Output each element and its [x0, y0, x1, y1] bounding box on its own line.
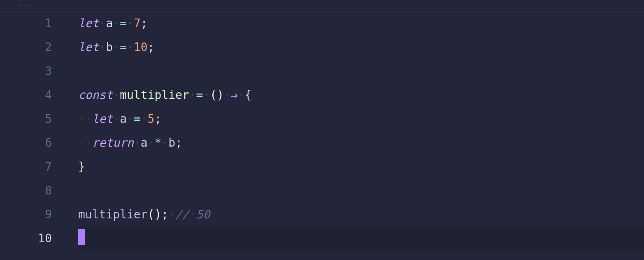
identifier: a [120, 112, 127, 126]
brace-open: { [245, 88, 252, 102]
line-number: 4 [0, 83, 52, 107]
line-number: 1 [0, 12, 52, 35]
whitespace-dot: · [161, 136, 168, 150]
brace-close: } [78, 160, 85, 173]
line-number-gutter: 1 2 3 4 5 6 7 8 9 10 [0, 12, 62, 260]
function-name: multiplier [120, 88, 189, 102]
whitespace-dot: · [113, 16, 120, 30]
code-line[interactable]: ··let·a·=·5; [78, 107, 644, 131]
whitespace-dot: · [238, 88, 245, 102]
line-number: 3 [0, 59, 52, 83]
whitespace-dot: · [127, 112, 134, 126]
code-area[interactable]: let·a·=·7; let·b·=·10; const·multiplier·… [78, 12, 644, 260]
whitespace-dot: · [189, 208, 196, 221]
semicolon: ; [148, 40, 155, 54]
breadcrumb-bar: ··· [0, 0, 644, 12]
keyword-let: let [78, 16, 99, 30]
identifier: a [141, 136, 148, 150]
code-line[interactable] [78, 59, 644, 83]
whitespace-dot: · [99, 40, 106, 54]
whitespace-dot: · [168, 208, 175, 221]
op-equals: = [196, 88, 203, 102]
arrow-icon: ⇒ [231, 88, 238, 102]
function-call: multiplier [78, 208, 148, 221]
identifier: b [106, 40, 113, 54]
whitespace-dot: · [113, 40, 120, 54]
keyword-const: const [78, 88, 113, 102]
whitespace-dot: · [78, 136, 85, 150]
code-line[interactable]: } [78, 155, 644, 179]
line-number: 9 [0, 203, 52, 227]
paren-close: ) [217, 88, 224, 102]
whitespace-dot: · [141, 112, 148, 126]
code-line[interactable]: multiplier();·//·50 [78, 203, 644, 227]
identifier: a [106, 16, 113, 30]
whitespace-dot: · [113, 112, 120, 126]
semicolon: ; [154, 112, 161, 126]
breadcrumb-ellipsis[interactable]: ··· [17, 2, 32, 9]
paren-close: ) [154, 208, 161, 221]
line-number: 5 [0, 107, 52, 131]
code-line[interactable] [78, 179, 644, 203]
code-line[interactable]: ··return·a·*·b; [78, 131, 644, 155]
line-number: 8 [0, 179, 52, 203]
op-equals: = [120, 16, 127, 30]
semicolon: ; [141, 16, 148, 30]
number-literal: 7 [134, 16, 141, 30]
line-number: 6 [0, 131, 52, 155]
op-equals: = [120, 40, 127, 54]
code-line[interactable]: const·multiplier·=·()·⇒·{ [78, 83, 644, 107]
whitespace-dot: · [85, 136, 92, 150]
whitespace-dot: · [203, 88, 210, 102]
keyword-let: let [92, 112, 113, 126]
whitespace-dot: · [127, 16, 134, 30]
whitespace-dot: · [99, 16, 106, 30]
semicolon: ; [175, 136, 182, 150]
whitespace-dot: · [78, 112, 85, 126]
text-cursor [78, 229, 85, 245]
whitespace-dot: · [85, 112, 92, 126]
op-star: * [154, 136, 161, 150]
code-line-active[interactable] [78, 227, 644, 251]
keyword-return: return [92, 136, 134, 150]
line-number: 10 [0, 227, 52, 251]
identifier: b [168, 136, 175, 150]
code-editor[interactable]: 1 2 3 4 5 6 7 8 9 10 let·a·=·7; let·b·=·… [0, 12, 644, 260]
number-literal: 5 [148, 112, 155, 126]
whitespace-dot: · [134, 136, 141, 150]
semicolon: ; [161, 208, 168, 221]
paren-open: ( [210, 88, 217, 102]
number-literal: 10 [134, 40, 148, 54]
op-equals: = [134, 112, 141, 126]
whitespace-dot: · [148, 136, 155, 150]
comment-text: 50 [196, 208, 210, 221]
whitespace-dot: · [224, 88, 231, 102]
comment-slashes: // [175, 208, 189, 221]
keyword-let: let [78, 40, 99, 54]
whitespace-dot: · [113, 88, 120, 102]
line-number: 2 [0, 35, 52, 59]
code-line[interactable]: let·a·=·7; [78, 12, 644, 35]
code-line[interactable]: let·b·=·10; [78, 35, 644, 59]
whitespace-dot: · [189, 88, 196, 102]
line-number: 7 [0, 155, 52, 179]
paren-open: ( [148, 208, 155, 221]
whitespace-dot: · [127, 40, 134, 54]
